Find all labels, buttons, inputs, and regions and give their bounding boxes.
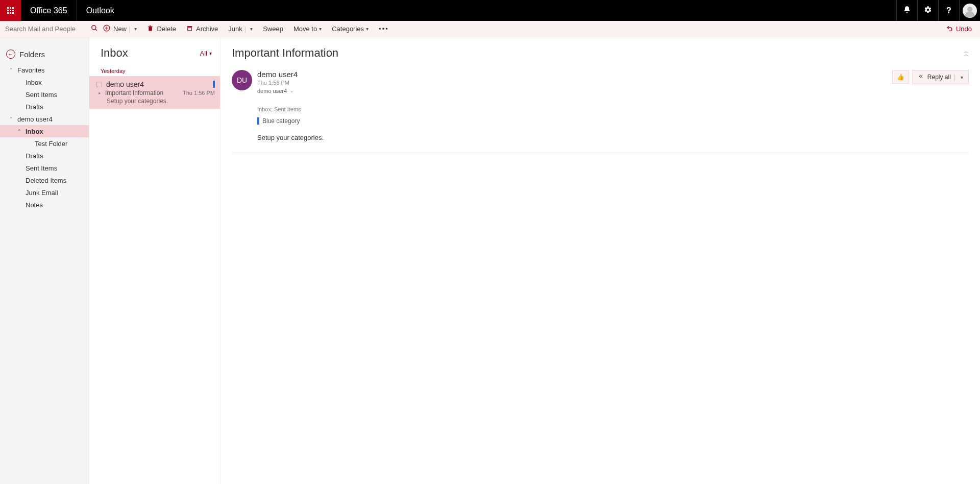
search-area bbox=[0, 21, 89, 37]
command-bar: New | ▾ Delete Archive Junk | ▾ Sweep Mo… bbox=[0, 21, 980, 37]
moveto-button[interactable]: Move to ▾ bbox=[288, 21, 327, 37]
thumbs-up-icon: 👍 bbox=[897, 74, 904, 81]
deleted-node[interactable]: Deleted Items bbox=[0, 174, 89, 186]
folders-label: Folders bbox=[19, 50, 45, 59]
new-button[interactable]: New | ▾ bbox=[98, 21, 142, 37]
svg-rect-6 bbox=[188, 27, 192, 30]
archive-button[interactable]: Archive bbox=[181, 21, 223, 37]
date-group-label: Yesterday bbox=[89, 64, 220, 76]
main-area: ← Folders ⌃ Favorites Inbox Sent Items D… bbox=[0, 37, 980, 484]
recipient-name: demo user4 bbox=[257, 88, 287, 94]
chevron-down-icon[interactable]: ▾ bbox=[250, 26, 253, 32]
junk-node[interactable]: Junk Email bbox=[0, 186, 89, 199]
inbox-label: Inbox bbox=[26, 128, 43, 135]
message-subject: Important Information bbox=[105, 89, 183, 96]
notifications-button[interactable] bbox=[896, 0, 917, 21]
message-body: Setup your categories. bbox=[257, 134, 969, 141]
filter-label: All bbox=[200, 50, 207, 57]
app-launcher-button[interactable] bbox=[0, 0, 21, 21]
reply-all-label: Reply all bbox=[927, 74, 951, 81]
gear-icon bbox=[924, 6, 932, 16]
divider bbox=[232, 153, 969, 153]
notes-node[interactable]: Notes bbox=[0, 199, 89, 211]
category-stripe bbox=[213, 81, 215, 88]
ellipsis-icon: ••• bbox=[379, 25, 389, 33]
archive-label: Archive bbox=[196, 25, 218, 33]
help-icon: ? bbox=[946, 6, 951, 15]
sender-name: demo user4 bbox=[257, 70, 892, 79]
account-node[interactable]: ⌃ demo user4 bbox=[0, 113, 89, 125]
plus-circle-icon bbox=[103, 25, 110, 33]
chevron-down-icon[interactable]: ▾ bbox=[961, 75, 963, 80]
expand-icon[interactable]: ▸ bbox=[99, 90, 101, 95]
bell-icon bbox=[903, 6, 911, 16]
svg-rect-5 bbox=[187, 26, 192, 27]
folder-sidebar: ← Folders ⌃ Favorites Inbox Sent Items D… bbox=[0, 37, 89, 484]
account-label: demo user4 bbox=[17, 115, 53, 123]
junk-button[interactable]: Junk | ▾ bbox=[223, 21, 258, 37]
svg-point-0 bbox=[92, 26, 96, 30]
chevron-down-icon: ▾ bbox=[209, 51, 212, 56]
sent-node[interactable]: Sent Items bbox=[0, 162, 89, 174]
sender-avatar: DU bbox=[232, 70, 252, 90]
collapse-button[interactable]: ︿︿ bbox=[964, 50, 969, 56]
sweep-label: Sweep bbox=[263, 25, 283, 33]
new-label: New bbox=[113, 25, 127, 33]
categories-label: Categories bbox=[332, 25, 364, 33]
message-checkbox[interactable] bbox=[96, 82, 102, 87]
message-preview: Setup your categories. bbox=[96, 98, 215, 105]
top-bar: Office 365 Outlook ? bbox=[0, 0, 980, 21]
help-button[interactable]: ? bbox=[938, 0, 959, 21]
drafts-node[interactable]: Drafts bbox=[0, 150, 89, 162]
categories-button[interactable]: Categories ▾ bbox=[327, 21, 374, 37]
reading-title: Important Information bbox=[232, 46, 964, 60]
moveto-label: Move to bbox=[293, 25, 317, 33]
svg-line-1 bbox=[95, 29, 97, 31]
message-time: Thu 1:56 PM bbox=[183, 90, 215, 96]
favorites-label: Favorites bbox=[17, 66, 44, 74]
chevron-down-icon: ▾ bbox=[319, 26, 322, 32]
search-button[interactable] bbox=[91, 25, 98, 33]
recipient-line[interactable]: demo user4 ⌄ bbox=[257, 88, 892, 94]
favorites-drafts[interactable]: Drafts bbox=[0, 101, 89, 113]
like-button[interactable]: 👍 bbox=[892, 70, 909, 84]
undo-label: Undo bbox=[956, 25, 972, 33]
undo-icon bbox=[946, 25, 953, 33]
delete-label: Delete bbox=[157, 25, 176, 33]
chevron-up-icon: ⌃ bbox=[9, 67, 15, 72]
search-icon bbox=[91, 25, 98, 32]
favorites-node[interactable]: ⌃ Favorites bbox=[0, 64, 89, 76]
search-input[interactable] bbox=[5, 25, 91, 33]
category-tag[interactable]: Blue category bbox=[257, 117, 969, 125]
favorites-sent[interactable]: Sent Items bbox=[0, 88, 89, 101]
app-name-label[interactable]: Outlook bbox=[77, 0, 124, 21]
folders-header[interactable]: ← Folders bbox=[0, 46, 89, 64]
msglist-filter[interactable]: All ▾ bbox=[200, 50, 212, 57]
sender-time: Thu 1:56 PM bbox=[257, 80, 892, 86]
message-list: Inbox All ▾ Yesterday demo user4 ▸ Impor… bbox=[89, 37, 220, 484]
settings-button[interactable] bbox=[917, 0, 938, 21]
inbox-node[interactable]: ⌃ Inbox bbox=[0, 125, 89, 137]
chevron-down-icon: ▾ bbox=[366, 26, 369, 32]
sweep-button[interactable]: Sweep bbox=[258, 21, 288, 37]
profile-button[interactable] bbox=[959, 0, 980, 21]
chevron-down-icon[interactable]: ▾ bbox=[134, 26, 137, 32]
msglist-title: Inbox bbox=[101, 46, 128, 60]
back-icon: ← bbox=[6, 50, 15, 59]
reply-all-button[interactable]: Reply all | ▾ bbox=[912, 70, 969, 84]
brand-label[interactable]: Office 365 bbox=[21, 0, 77, 21]
delete-button[interactable]: Delete bbox=[142, 21, 181, 37]
category-color-icon bbox=[257, 117, 259, 125]
message-from: demo user4 bbox=[106, 80, 213, 88]
more-button[interactable]: ••• bbox=[374, 21, 394, 37]
message-item[interactable]: demo user4 ▸ Important Information Thu 1… bbox=[89, 76, 220, 109]
test-folder-node[interactable]: Test Folder bbox=[0, 137, 89, 150]
avatar-icon bbox=[963, 4, 977, 18]
undo-button[interactable]: Undo bbox=[938, 25, 980, 33]
reply-all-icon bbox=[918, 73, 924, 81]
waffle-icon bbox=[7, 7, 14, 14]
favorites-inbox[interactable]: Inbox bbox=[0, 76, 89, 88]
archive-icon bbox=[186, 25, 193, 33]
junk-label: Junk bbox=[228, 25, 242, 33]
reading-pane: Important Information ︿︿ DU demo user4 T… bbox=[220, 37, 980, 484]
